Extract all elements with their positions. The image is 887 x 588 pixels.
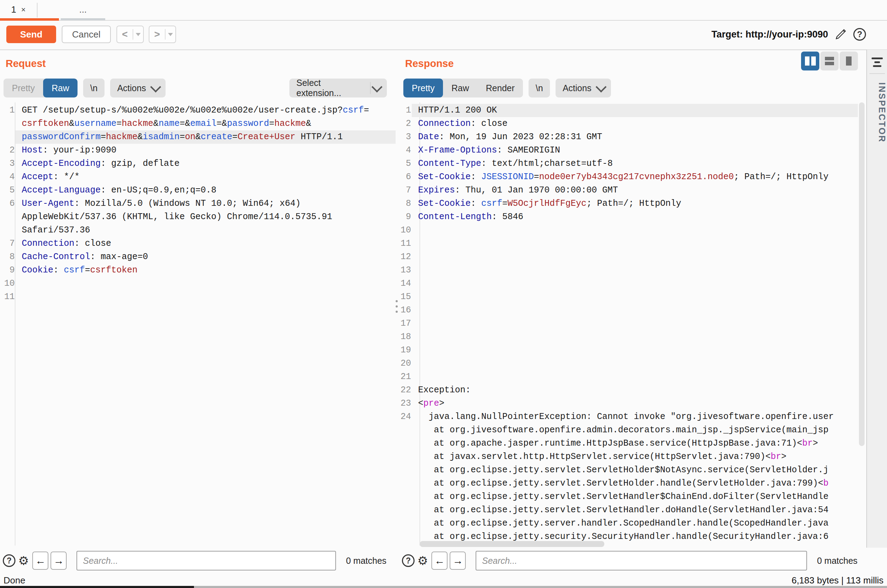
response-tab-pretty[interactable]: Pretty bbox=[403, 78, 443, 98]
line-content[interactable]: at org.apache.jasper.runtime.HttpJspBase… bbox=[412, 437, 858, 450]
search-next-button[interactable]: → bbox=[450, 552, 466, 570]
editor-line[interactable]: 23<pre> bbox=[396, 397, 858, 410]
editor-line[interactable]: 6Set-Cookie: JSESSIONID=node0er7yb4343cg… bbox=[396, 170, 858, 184]
line-content[interactable]: Host: your-ip:9090 bbox=[15, 144, 396, 157]
editor-line[interactable]: 21 bbox=[396, 370, 858, 384]
request-tab-pretty[interactable]: Pretty bbox=[3, 78, 43, 98]
response-tab-raw[interactable]: Raw bbox=[443, 78, 477, 98]
line-content[interactable]: User-Agent: Mozilla/5.0 (Windows NT 10.0… bbox=[15, 197, 396, 210]
response-horizontal-scrollbar[interactable] bbox=[420, 541, 604, 547]
line-content[interactable]: at org.eclipse.jetty.servlet.ServletHold… bbox=[412, 464, 858, 477]
line-content[interactable]: Cache-Control: max-age=0 bbox=[15, 250, 396, 264]
editor-line[interactable]: 7Connection: close bbox=[0, 237, 396, 250]
editor-line[interactable]: csrftoken&username=hackme&name=&email=&p… bbox=[0, 117, 396, 130]
line-content[interactable]: Accept-Encoding: gzip, deflate bbox=[15, 157, 396, 170]
response-actions-button[interactable]: Actions bbox=[555, 78, 611, 98]
line-content[interactable]: java.lang.NullPointerException: Cannot i… bbox=[412, 410, 858, 423]
line-content[interactable]: Date: Mon, 19 Jun 2023 02:28:31 GMT bbox=[412, 130, 858, 144]
line-content[interactable]: csrftoken&username=hackme&name=&email=&p… bbox=[15, 117, 396, 130]
editor-line[interactable]: 15 bbox=[396, 290, 858, 304]
tab-more[interactable]: ... bbox=[61, 0, 105, 19]
back-arrow-icon[interactable]: < bbox=[117, 29, 132, 40]
line-content[interactable]: Cookie: csrf=csrftoken bbox=[15, 264, 396, 277]
tab-1[interactable]: 1 × bbox=[0, 0, 37, 19]
editor-line[interactable]: 3Accept-Encoding: gzip, deflate bbox=[0, 157, 396, 170]
line-content[interactable]: X-Frame-Options: SAMEORIGIN bbox=[412, 144, 858, 157]
search-next-button[interactable]: → bbox=[51, 552, 67, 570]
editor-line[interactable]: 10 bbox=[0, 277, 396, 290]
line-content[interactable]: at org.eclipse.jetty.servlet.ServletHand… bbox=[412, 504, 858, 517]
editor-line[interactable]: 22Exception: bbox=[396, 384, 858, 397]
request-tab-raw[interactable]: Raw bbox=[43, 78, 78, 98]
line-content[interactable] bbox=[412, 330, 858, 344]
editor-line[interactable]: 9Content-Length: 5846 bbox=[396, 210, 858, 224]
editor-line[interactable]: at org.eclipse.jetty.server.handler.Scop… bbox=[396, 517, 858, 530]
editor-line[interactable]: 16 bbox=[396, 304, 858, 317]
line-content[interactable] bbox=[412, 370, 858, 384]
line-content[interactable]: passwordConfirm=hackme&isadmin=on&create… bbox=[15, 130, 396, 144]
line-content[interactable]: Connection: close bbox=[15, 237, 396, 250]
cancel-button[interactable]: Cancel bbox=[62, 26, 111, 43]
layout-single-button[interactable] bbox=[840, 51, 858, 70]
line-content[interactable]: Expires: Thu, 01 Jan 1970 00:00:00 GMT bbox=[412, 184, 858, 197]
line-content[interactable]: Content-Type: text/html;charset=utf-8 bbox=[412, 157, 858, 170]
search-help-icon[interactable]: ? bbox=[402, 554, 414, 567]
line-content[interactable]: Exception: bbox=[412, 384, 858, 397]
editor-line[interactable]: 8Set-Cookie: csrf=W5OcjrlHdfFgEyc; Path=… bbox=[396, 197, 858, 210]
search-prev-button[interactable]: ← bbox=[431, 552, 447, 570]
history-forward-button[interactable]: > bbox=[149, 26, 176, 43]
help-icon[interactable]: ? bbox=[853, 28, 866, 40]
line-content[interactable]: Content-Length: 5846 bbox=[412, 210, 858, 224]
response-search-input[interactable] bbox=[476, 551, 807, 570]
editor-line[interactable]: 6User-Agent: Mozilla/5.0 (Windows NT 10.… bbox=[0, 197, 396, 210]
editor-line[interactable]: 5Accept-Language: en-US;q=0.9,en;q=0.8 bbox=[0, 184, 396, 197]
line-content[interactable]: Connection: close bbox=[412, 117, 858, 130]
line-content[interactable]: Safari/537.36 bbox=[15, 224, 396, 237]
request-tab-linebreaks[interactable]: \n bbox=[83, 78, 105, 98]
inspector-sidebar[interactable]: INSPECTOR bbox=[866, 50, 887, 548]
forward-arrow-icon[interactable]: > bbox=[149, 29, 165, 40]
search-help-icon[interactable]: ? bbox=[3, 554, 15, 567]
line-content[interactable] bbox=[412, 250, 858, 264]
editor-line[interactable]: 20 bbox=[396, 357, 858, 370]
request-actions-button[interactable]: Actions bbox=[110, 78, 165, 98]
editor-line[interactable]: 2Host: your-ip:9090 bbox=[0, 144, 396, 157]
line-content[interactable]: AppleWebKit/537.36 (KHTML, like Gecko) C… bbox=[15, 210, 396, 224]
editor-line[interactable]: 7Expires: Thu, 01 Jan 1970 00:00:00 GMT bbox=[396, 184, 858, 197]
line-content[interactable]: Accept-Language: en-US;q=0.9,en;q=0.8 bbox=[15, 184, 396, 197]
line-content[interactable] bbox=[412, 357, 858, 370]
line-content[interactable]: at javax.servlet.http.HttpServlet.servic… bbox=[412, 450, 858, 464]
line-content[interactable]: HTTP/1.1 200 OK bbox=[412, 104, 858, 117]
editor-line[interactable]: 24 java.lang.NullPointerException: Canno… bbox=[396, 410, 858, 423]
editor-line[interactable]: 5Content-Type: text/html;charset=utf-8 bbox=[396, 157, 858, 170]
line-content[interactable] bbox=[15, 277, 396, 290]
editor-line[interactable]: 2Connection: close bbox=[396, 117, 858, 130]
request-search-input[interactable] bbox=[77, 551, 336, 570]
line-content[interactable] bbox=[412, 317, 858, 330]
editor-line[interactable]: 10 bbox=[396, 224, 858, 237]
editor-line[interactable]: at org.apache.jasper.runtime.HttpJspBase… bbox=[396, 437, 858, 450]
editor-line[interactable]: 1GET /setup/setup-s/%u002e%u002e/%u002e%… bbox=[0, 104, 396, 117]
editor-line[interactable]: at org.eclipse.jetty.servlet.ServletHold… bbox=[396, 464, 858, 477]
send-button[interactable]: Send bbox=[6, 26, 56, 43]
line-content[interactable] bbox=[412, 277, 858, 290]
editor-line[interactable]: at org.eclipse.jetty.servlet.ServletHold… bbox=[396, 477, 858, 490]
tab-close-icon[interactable]: × bbox=[21, 5, 26, 14]
line-content[interactable]: Set-Cookie: csrf=W5OcjrlHdfFgEyc; Path=/… bbox=[412, 197, 858, 210]
line-content[interactable] bbox=[412, 290, 858, 304]
editor-line[interactable]: 14 bbox=[396, 277, 858, 290]
line-content[interactable]: <pre> bbox=[412, 397, 858, 410]
inspector-collapse-icon[interactable] bbox=[871, 57, 883, 67]
line-content[interactable] bbox=[412, 237, 858, 250]
response-tab-render[interactable]: Render bbox=[477, 78, 523, 98]
line-content[interactable]: GET /setup/setup-s/%u002e%u002e/%u002e%u… bbox=[15, 104, 396, 117]
editor-line[interactable]: 8Cache-Control: max-age=0 bbox=[0, 250, 396, 264]
select-extension-dropdown[interactable]: Select extension... bbox=[290, 78, 387, 98]
response-vertical-scrollbar[interactable] bbox=[859, 102, 864, 446]
edit-target-pencil-icon[interactable] bbox=[834, 27, 848, 41]
editor-line[interactable]: 4X-Frame-Options: SAMEORIGIN bbox=[396, 144, 858, 157]
editor-line[interactable]: 19 bbox=[396, 344, 858, 357]
editor-line[interactable]: 9Cookie: csrf=csrftoken bbox=[0, 264, 396, 277]
back-dropdown-icon[interactable] bbox=[133, 33, 143, 36]
editor-line[interactable]: at org.eclipse.jetty.servlet.ServletHand… bbox=[396, 504, 858, 517]
